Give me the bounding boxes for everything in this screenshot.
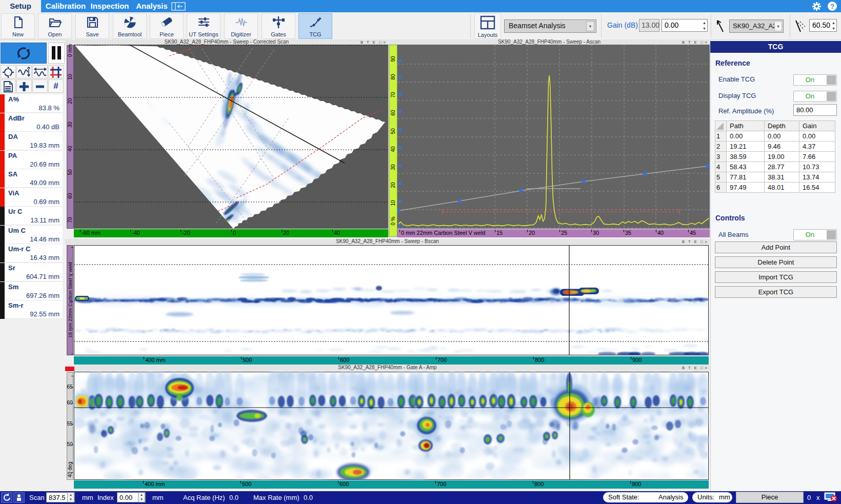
svg-text:?: ?	[830, 3, 834, 10]
